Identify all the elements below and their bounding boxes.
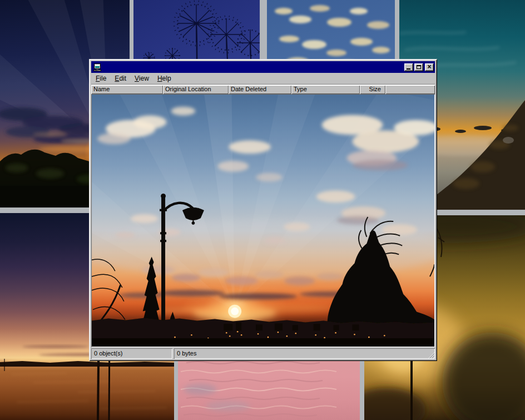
column-header-blank[interactable] (385, 85, 435, 94)
column-header-type[interactable]: Type (291, 85, 360, 94)
sunset-street-lamp-photo (92, 95, 434, 347)
menu-edit[interactable]: Edit (111, 73, 131, 83)
list-view-area[interactable] (91, 94, 435, 347)
minimize-icon (407, 68, 410, 70)
status-bytes: 0 bytes (174, 348, 435, 359)
menu-bar: File Edit View Help (91, 73, 435, 84)
recycle-bin-window: × File Edit View Help Name Original Loca… (89, 59, 437, 361)
column-headers: Name Original Location Date Deleted Type… (91, 85, 435, 94)
maximize-icon (417, 65, 421, 69)
status-objects: 0 object(s) (91, 348, 172, 359)
column-header-name[interactable]: Name (91, 85, 163, 94)
menu-view[interactable]: View (131, 73, 153, 83)
column-header-size[interactable]: Size (360, 85, 385, 94)
column-header-date-deleted[interactable]: Date Deleted (229, 85, 291, 94)
menu-file[interactable]: File (92, 73, 111, 83)
close-button[interactable]: × (425, 63, 434, 71)
menu-help[interactable]: Help (153, 73, 176, 83)
status-bar: 0 object(s) 0 bytes (91, 348, 435, 359)
column-header-original-location[interactable]: Original Location (163, 85, 229, 94)
computer-icon[interactable] (93, 63, 102, 72)
resize-grip-icon[interactable] (427, 351, 434, 358)
status-bytes-text: 0 bytes (177, 350, 196, 357)
close-icon: × (427, 64, 431, 70)
minimize-button[interactable] (404, 63, 413, 71)
maximize-button[interactable] (414, 63, 423, 71)
title-bar[interactable]: × (91, 61, 435, 73)
desktop: { "window": { "title": "", "menu_items":… (0, 0, 525, 420)
